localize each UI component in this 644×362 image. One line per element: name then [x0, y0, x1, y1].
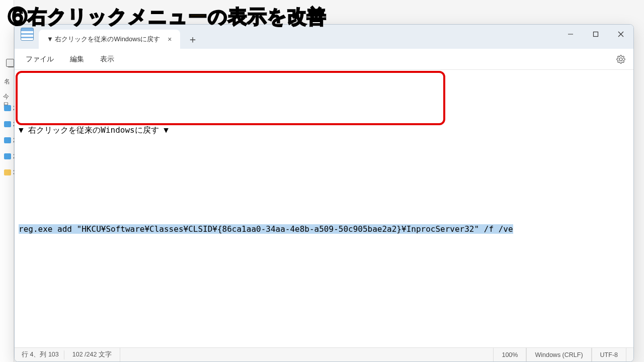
maximize-button[interactable]: [583, 25, 608, 44]
close-button[interactable]: [608, 25, 633, 44]
folder-icon: [4, 169, 11, 175]
file-icon: [4, 105, 11, 111]
file-icon: [4, 153, 11, 159]
annotation-highlight: [16, 71, 445, 125]
editor-blank: [19, 271, 629, 288]
minimize-icon: [568, 31, 574, 37]
editor-blank: [19, 320, 629, 337]
menu-view[interactable]: 表示: [93, 52, 121, 67]
editor-command-1: reg.exe add "HKCU¥Software¥Classes¥CLSID…: [19, 221, 629, 238]
status-char-count: 102 /242 文字: [64, 348, 120, 361]
window-controls: [558, 25, 633, 44]
text-editor[interactable]: ▼ 右クリックを従来のWindowsに戻す ▼ reg.exe add "HKC…: [15, 70, 633, 347]
copy-icon: [8, 60, 15, 67]
new-tab-button[interactable]: ＋: [184, 31, 201, 48]
statusbar: 行 4、列 103 102 /242 文字 100% Windows (CRLF…: [15, 347, 633, 361]
menu-edit[interactable]: 編集: [63, 52, 91, 67]
status-cursor-pos: 行 4、列 103: [22, 348, 64, 361]
gear-icon: [616, 55, 625, 64]
tab-close-button[interactable]: ×: [165, 35, 174, 44]
settings-button[interactable]: [614, 53, 627, 66]
overlay-title: ⑥右クリックメニューの表示を改善: [8, 4, 327, 30]
status-eol: Windows (CRLF): [526, 348, 591, 361]
file-icon: [4, 137, 11, 143]
maximize-icon: [593, 31, 599, 37]
editor-blank: [19, 172, 629, 189]
close-icon: [618, 31, 624, 37]
bg-name-header: 名: [4, 77, 10, 86]
minimize-button[interactable]: [558, 25, 583, 44]
menubar: ファイル 編集 表示: [15, 49, 633, 70]
status-encoding: UTF-8: [592, 348, 626, 361]
tab-active[interactable]: ▼ 右クリックを従来のWindowsに戻す ×: [39, 30, 180, 49]
background-explorer: 名 今日 2 2 2 2 3: [0, 0, 14, 362]
file-icon: [4, 121, 11, 127]
notepad-window: ▼ 右クリックを従来のWindowsに戻す × ＋ ファイル 編集 表示: [14, 24, 634, 362]
editor-heading-1: ▼ 右クリックを従来のWindowsに戻す ▼: [19, 122, 629, 139]
selected-text: reg.exe add "HKCU¥Software¥Classes¥CLSID…: [19, 224, 513, 234]
menu-file[interactable]: ファイル: [19, 52, 61, 67]
status-zoom[interactable]: 100%: [493, 348, 526, 361]
svg-rect-1: [594, 32, 598, 37]
tab-title: ▼ 右クリックを従来のWindowsに戻す: [47, 35, 160, 44]
